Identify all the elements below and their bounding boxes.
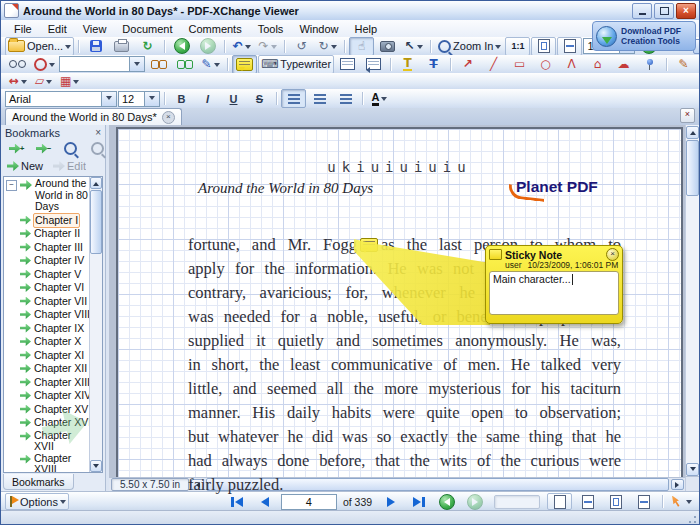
scroll-down-button[interactable] xyxy=(90,460,102,472)
align-right-button[interactable] xyxy=(333,89,358,108)
bookmark-item[interactable]: Chapter XIV xyxy=(4,389,102,403)
fit-page-button[interactable] xyxy=(531,37,556,56)
edit-bookmark-button[interactable]: Edit xyxy=(50,158,89,175)
undo-button[interactable]: ↶ xyxy=(229,37,254,56)
bookmark-item[interactable]: Chapter XV xyxy=(4,403,102,417)
font-color-button[interactable]: A xyxy=(367,89,392,108)
expand-bookmarks-button[interactable]: + xyxy=(4,140,29,157)
save-button[interactable] xyxy=(83,37,108,56)
italic-button[interactable]: I xyxy=(195,89,220,108)
strikethrough-button[interactable]: S xyxy=(247,89,272,108)
bookmark-item[interactable]: Chapter XVII xyxy=(4,430,102,453)
redo-button[interactable]: ↷ xyxy=(255,37,280,56)
find-dropdown[interactable] xyxy=(129,57,144,71)
bookmark-item[interactable]: Chapter IX xyxy=(4,322,102,336)
area-tool-button[interactable]: ▦ xyxy=(57,72,82,91)
font-size-dropdown[interactable] xyxy=(144,92,159,106)
rotate-cw-button[interactable]: ↻ xyxy=(315,37,340,56)
bookmark-item[interactable]: Chapter VII xyxy=(4,295,102,309)
actual-size-button[interactable]: 1:1 xyxy=(505,37,530,56)
scrollbar-thumb[interactable] xyxy=(686,140,699,196)
bookmark-item[interactable]: Chapter VIII xyxy=(4,308,102,322)
collapse-bookmarks-button[interactable]: − xyxy=(31,140,56,157)
sticky-note-popup[interactable]: Sticky Note × user 10/23/2009, 1:06:01 P… xyxy=(485,245,623,324)
zoom-in-tool-button[interactable]: Zoom In xyxy=(435,37,504,56)
font-family-combo[interactable]: Arial xyxy=(5,91,117,107)
menu-item-window[interactable]: Window xyxy=(292,22,345,36)
distance-tool-button[interactable]: ↔ xyxy=(5,72,30,91)
bookmark-item[interactable]: Chapter I xyxy=(4,214,102,228)
menu-item-file[interactable]: File xyxy=(7,22,39,36)
line-tool-button[interactable]: ╱ xyxy=(481,55,506,74)
bold-button[interactable]: B xyxy=(169,89,194,108)
bookmark-item[interactable]: Chapter XIII xyxy=(4,376,102,390)
menu-item-tools[interactable]: Tools xyxy=(251,22,291,36)
open-button[interactable]: Open... xyxy=(5,37,74,56)
find-text-combo[interactable] xyxy=(59,56,145,72)
oval-tool-button[interactable]: ○ xyxy=(533,55,558,74)
bookmark-item[interactable]: Chapter V xyxy=(4,268,102,282)
print-button[interactable] xyxy=(109,37,134,56)
close-button[interactable]: × xyxy=(676,3,696,19)
bookmark-item[interactable]: Chapter II xyxy=(4,227,102,241)
pencil-tool-button[interactable]: ✎ xyxy=(671,55,696,74)
sticky-note-text-area[interactable]: Main character... xyxy=(489,271,619,315)
underline-button[interactable]: U xyxy=(221,89,246,108)
pdf-page[interactable]: ukiuiuiuiu Around the World in 80 Days P… xyxy=(116,127,683,477)
download-pdf-tools-badge[interactable]: Download PDFCreation Tools xyxy=(592,21,696,51)
fit-width-button[interactable] xyxy=(557,37,582,56)
vertical-scrollbar[interactable] xyxy=(685,125,699,477)
resize-grip[interactable] xyxy=(686,513,697,524)
callout-tool-button[interactable] xyxy=(361,55,386,74)
new-bookmark-button[interactable]: New xyxy=(4,158,46,175)
scrollbar-thumb[interactable] xyxy=(90,190,102,254)
find-previous-button[interactable] xyxy=(146,55,171,74)
sticky-note-tool-button[interactable] xyxy=(232,55,257,74)
polyline-tool-button[interactable]: Λ xyxy=(559,55,584,74)
hand-tool-button[interactable]: ☝ xyxy=(349,37,374,56)
snapshot-tool-button[interactable] xyxy=(375,37,400,56)
pointer-tool-button[interactable] xyxy=(669,492,695,511)
align-left-button[interactable] xyxy=(281,89,306,108)
textbox-tool-button[interactable] xyxy=(335,55,360,74)
bookmark-item[interactable]: Chapter VI xyxy=(4,281,102,295)
find-button[interactable] xyxy=(31,55,58,74)
bookmark-root[interactable]: − Around the World in 80 Days xyxy=(4,177,102,214)
menu-item-view[interactable]: View xyxy=(76,22,114,36)
collapse-node-icon[interactable]: − xyxy=(6,180,17,191)
bookmark-item[interactable]: Chapter XI xyxy=(4,349,102,363)
align-center-button[interactable] xyxy=(307,89,332,108)
tab-close-icon[interactable]: × xyxy=(162,111,175,124)
ink-signature-button[interactable]: ✎ xyxy=(198,55,223,74)
cloud-tool-button[interactable]: ☁ xyxy=(611,55,636,74)
scroll-right-button[interactable] xyxy=(671,479,684,490)
text-insert-tool-button[interactable]: T xyxy=(395,55,420,74)
menu-item-document[interactable]: Document xyxy=(115,22,179,36)
go-forward-button[interactable] xyxy=(195,37,220,56)
arrow-tool-button[interactable]: ↗ xyxy=(455,55,480,74)
rotate-ccw-button[interactable]: ↺ xyxy=(289,37,314,56)
close-document-button[interactable]: × xyxy=(680,108,695,123)
bookmarks-scrollbar[interactable] xyxy=(89,177,102,472)
scroll-up-button[interactable] xyxy=(686,126,699,139)
bookmarks-panel-close-button[interactable]: × xyxy=(95,127,101,138)
select-tool-button[interactable]: ↖ xyxy=(401,37,426,56)
maximize-button[interactable] xyxy=(654,3,674,19)
refresh-button[interactable]: ↻ xyxy=(135,37,160,56)
font-size-combo[interactable]: 12 xyxy=(118,91,160,107)
menu-item-help[interactable]: Help xyxy=(348,22,385,36)
perimeter-tool-button[interactable]: ▱ xyxy=(31,72,56,91)
font-family-dropdown[interactable] xyxy=(101,92,116,106)
scroll-up-button[interactable] xyxy=(90,177,102,189)
bookmark-item[interactable]: Chapter IV xyxy=(4,254,102,268)
attach-pin-tool-button[interactable] xyxy=(637,55,662,74)
minimize-button[interactable] xyxy=(632,3,652,19)
rectangle-tool-button[interactable]: ▭ xyxy=(507,55,532,74)
facing-continuous-layout-button[interactable] xyxy=(631,493,656,510)
bookmark-item[interactable]: Chapter III xyxy=(4,241,102,255)
bookmarks-bottom-tab[interactable]: Bookmarks xyxy=(3,474,74,490)
bookmark-item[interactable]: Chapter XVI xyxy=(4,416,102,430)
scroll-down-button[interactable] xyxy=(686,463,699,476)
menu-item-comments[interactable]: Comments xyxy=(182,22,249,36)
menu-item-edit[interactable]: Edit xyxy=(41,22,74,36)
